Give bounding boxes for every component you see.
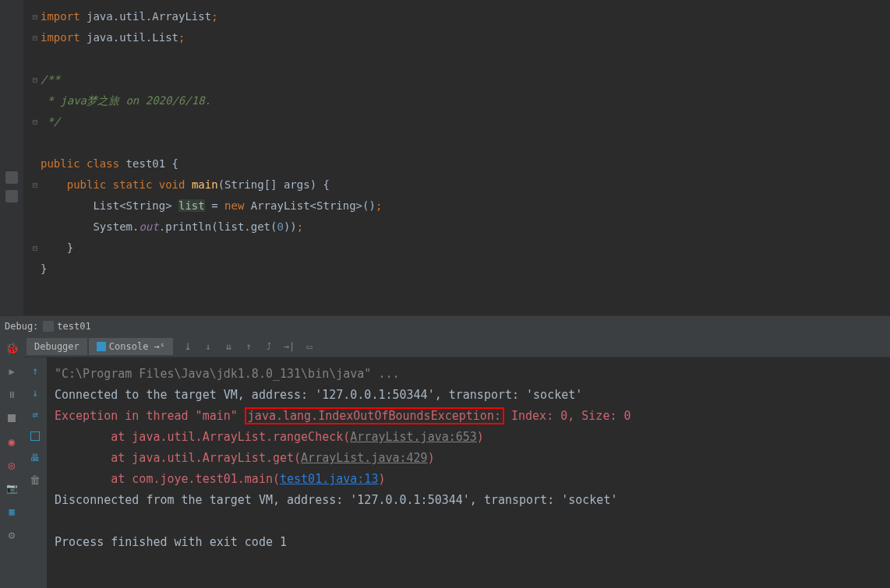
comment: */: [41, 115, 60, 128]
code-line: * java梦之旅 on 2020/6/18.: [30, 90, 890, 111]
resume-icon[interactable]: ▶: [5, 365, 18, 378]
fold-marker[interactable]: ⊟: [30, 174, 41, 195]
tab-console[interactable]: Console →ˢ: [89, 338, 173, 355]
step-over-icon[interactable]: ⤓: [181, 340, 195, 354]
debug-panel: 🐞 ▶ ⏸ ◉ ◎ 📷 ▦ ⚙ Debugger Console →ˢ ⤓ ↓ …: [0, 336, 890, 588]
camera-icon[interactable]: 📷: [5, 482, 18, 495]
stack-link[interactable]: test01.java:13: [280, 472, 378, 486]
code-line: System.out.println(list.get(0));: [30, 217, 890, 238]
comment: * java梦之旅 on 2020/6/18.: [41, 94, 211, 107]
console-stack-line: at java.util.ArrayList.rangeCheck(ArrayL…: [55, 427, 882, 448]
code-line: ⊟ import java.util.List;: [30, 27, 890, 48]
force-step-icon[interactable]: ⇊: [221, 340, 235, 354]
console-stack-line: at java.util.ArrayList.get(ArrayList.jav…: [55, 448, 882, 469]
fold-marker[interactable]: ⊟: [30, 111, 41, 132]
debug-config-name: test01: [57, 321, 90, 332]
breakpoints-icon[interactable]: ◉: [5, 435, 18, 448]
scroll-end-icon[interactable]: [28, 429, 42, 443]
gutter-icon-2[interactable]: [5, 190, 18, 202]
fold-marker[interactable]: ⊟: [30, 69, 41, 90]
console-error-line: Exception in thread "main" java.lang.Ind…: [55, 406, 882, 427]
keyword-import: import: [41, 31, 80, 44]
debug-bar: Debug: test01: [0, 315, 890, 336]
run-cursor-icon[interactable]: →|: [282, 340, 296, 354]
comment: /**: [41, 73, 60, 86]
gutter-icon-1[interactable]: [5, 171, 18, 184]
mute-bp-icon[interactable]: ◎: [5, 459, 18, 471]
debug-label: Debug:: [5, 321, 38, 332]
console-line: Process finished with exit code 1: [55, 532, 882, 553]
console-sidebar: ↑ ↓ ⇄ 🖶 🗑: [23, 357, 47, 588]
code-line: ⊟ import java.util.ArrayList;: [30, 6, 890, 27]
settings-icon[interactable]: ⚙: [5, 529, 18, 541]
code-line: ⊟ public static void main(String[] args)…: [30, 174, 890, 195]
highlighted-variable: list: [178, 199, 205, 212]
console-output[interactable]: "C:\Program Files\Java\jdk1.8.0_131\bin\…: [47, 357, 890, 588]
fold-marker[interactable]: ⊟: [30, 238, 41, 259]
clear-icon[interactable]: 🗑: [28, 473, 42, 487]
code-line: ⊟ /**: [30, 69, 890, 90]
debug-console-area: ↑ ↓ ⇄ 🖶 🗑 "C:\Program Files\Java\jdk1.8.…: [23, 357, 890, 588]
print-icon[interactable]: 🖶: [28, 451, 42, 465]
keyword-import: import: [41, 10, 80, 23]
stack-link[interactable]: ArrayList.java:429: [301, 451, 428, 465]
code-content[interactable]: ⊟ import java.util.ArrayList; ⊟ import j…: [23, 0, 890, 315]
code-line: public class test01 {: [30, 153, 890, 174]
highlighted-exception: java.lang.IndexOutOfBoundsException:: [245, 407, 504, 424]
debug-config-icon: [43, 321, 54, 332]
fold-marker[interactable]: ⊟: [30, 6, 41, 27]
stack-link[interactable]: ArrayList.java:653: [350, 430, 477, 444]
rerun-icon[interactable]: 🐞: [5, 342, 18, 354]
editor-left-gutter: [0, 0, 23, 315]
drop-frame-icon[interactable]: ⤴: [262, 340, 276, 354]
console-tab-icon: [97, 342, 106, 351]
code-line: List<String> list = new ArrayList<String…: [30, 195, 890, 217]
code-line: }: [30, 259, 890, 280]
code-line: ⊟ */: [30, 111, 890, 132]
soft-wrap-icon[interactable]: ⇄: [28, 407, 42, 421]
fold-marker[interactable]: ⊟: [30, 27, 41, 48]
debug-main: Debugger Console →ˢ ⤓ ↓ ⇊ ↑ ⤴ →| ▭ ↑ ↓ ⇄…: [23, 336, 890, 588]
editor-area: ⊟ import java.util.ArrayList; ⊟ import j…: [0, 0, 890, 315]
console-line: "C:\Program Files\Java\jdk1.8.0_131\bin\…: [55, 364, 882, 385]
debug-sidebar: 🐞 ▶ ⏸ ◉ ◎ 📷 ▦ ⚙: [0, 336, 23, 588]
console-line: Connected to the target VM, address: '12…: [55, 385, 882, 406]
next-icon[interactable]: ↓: [28, 386, 42, 400]
console-line: Disconnected from the target VM, address…: [55, 490, 882, 511]
tab-debugger[interactable]: Debugger: [26, 338, 87, 355]
pause-icon[interactable]: ⏸: [5, 389, 18, 401]
layout-icon[interactable]: ▦: [5, 505, 18, 518]
stop-icon[interactable]: [5, 412, 18, 424]
debug-toolbar: Debugger Console →ˢ ⤓ ↓ ⇊ ↑ ⤴ →| ▭: [23, 336, 890, 357]
step-into-icon[interactable]: ↓: [201, 340, 215, 354]
eval-icon[interactable]: ▭: [302, 340, 316, 354]
toolbar-icons: ⤓ ↓ ⇊ ↑ ⤴ →| ▭: [181, 340, 316, 354]
step-out-icon[interactable]: ↑: [242, 340, 256, 354]
prev-icon[interactable]: ↑: [28, 364, 42, 378]
code-line: ⊟ }: [30, 238, 890, 259]
console-line: [55, 511, 882, 532]
console-stack-line: at com.joye.test01.main(test01.java:13): [55, 469, 882, 490]
